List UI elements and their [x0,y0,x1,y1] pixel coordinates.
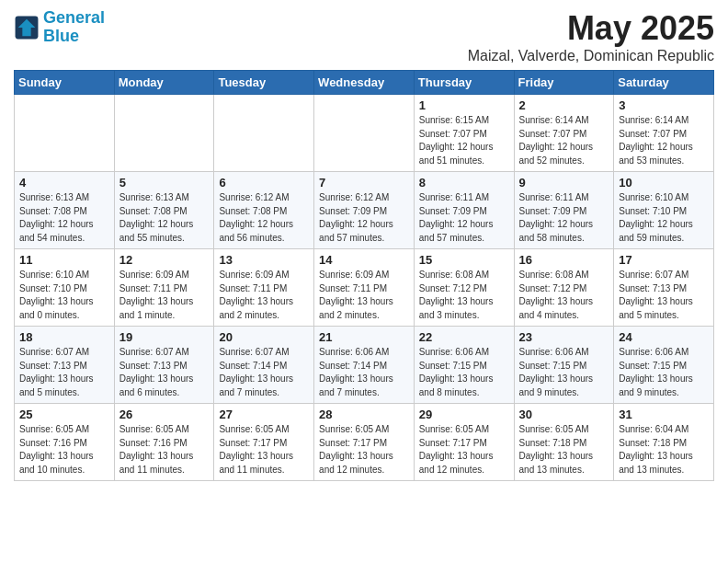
calendar-cell: 13Sunrise: 6:09 AM Sunset: 7:11 PM Dayli… [214,249,314,327]
logo-text: General Blue [43,9,105,46]
calendar-cell: 4Sunrise: 6:13 AM Sunset: 7:08 PM Daylig… [15,172,115,249]
weekday-header-tuesday: Tuesday [214,71,314,95]
day-info: Sunrise: 6:05 AM Sunset: 7:17 PM Dayligh… [219,423,309,477]
day-info: Sunrise: 6:08 AM Sunset: 7:12 PM Dayligh… [419,269,509,322]
day-info: Sunrise: 6:12 AM Sunset: 7:08 PM Dayligh… [219,191,309,245]
day-number: 11 [19,253,109,267]
day-info: Sunrise: 6:09 AM Sunset: 7:11 PM Dayligh… [219,269,309,322]
day-info: Sunrise: 6:13 AM Sunset: 7:08 PM Dayligh… [19,191,109,245]
day-info: Sunrise: 6:14 AM Sunset: 7:07 PM Dayligh… [519,114,609,167]
calendar-cell: 23Sunrise: 6:06 AM Sunset: 7:15 PM Dayli… [514,327,614,404]
day-number: 8 [419,176,509,190]
calendar-cell: 11Sunrise: 6:10 AM Sunset: 7:10 PM Dayli… [15,249,115,327]
calendar-subtitle: Maizal, Valverde, Dominican Republic [468,48,714,64]
day-info: Sunrise: 6:05 AM Sunset: 7:18 PM Dayligh… [519,423,609,477]
day-info: Sunrise: 6:12 AM Sunset: 7:09 PM Dayligh… [319,191,409,245]
day-number: 29 [419,408,509,421]
day-info: Sunrise: 6:09 AM Sunset: 7:11 PM Dayligh… [319,269,409,322]
title-area: May 2025 Maizal, Valverde, Dominican Rep… [468,9,714,64]
calendar-week-2: 4Sunrise: 6:13 AM Sunset: 7:08 PM Daylig… [15,172,714,249]
logo-icon [14,15,40,40]
calendar-cell [214,95,314,172]
calendar-cell: 6Sunrise: 6:12 AM Sunset: 7:08 PM Daylig… [214,172,314,249]
weekday-row: SundayMondayTuesdayWednesdayThursdayFrid… [15,71,714,95]
calendar-cell: 17Sunrise: 6:07 AM Sunset: 7:13 PM Dayli… [614,249,714,327]
day-number: 22 [419,330,509,344]
day-info: Sunrise: 6:06 AM Sunset: 7:15 PM Dayligh… [619,346,709,399]
weekday-header-monday: Monday [114,71,214,95]
day-number: 19 [119,330,210,344]
calendar-cell: 20Sunrise: 6:07 AM Sunset: 7:14 PM Dayli… [214,327,314,404]
calendar-cell [15,95,115,172]
day-number: 24 [619,330,709,344]
calendar-cell: 3Sunrise: 6:14 AM Sunset: 7:07 PM Daylig… [614,95,714,172]
day-number: 30 [519,408,609,421]
day-number: 28 [319,408,409,421]
calendar-cell: 16Sunrise: 6:08 AM Sunset: 7:12 PM Dayli… [514,249,614,327]
calendar-table: SundayMondayTuesdayWednesdayThursdayFrid… [14,70,714,481]
calendar-cell: 7Sunrise: 6:12 AM Sunset: 7:09 PM Daylig… [314,172,415,249]
calendar-week-3: 11Sunrise: 6:10 AM Sunset: 7:10 PM Dayli… [15,249,714,327]
calendar-cell: 26Sunrise: 6:05 AM Sunset: 7:16 PM Dayli… [114,404,214,481]
day-number: 2 [519,98,609,112]
day-info: Sunrise: 6:11 AM Sunset: 7:09 PM Dayligh… [419,191,509,245]
day-info: Sunrise: 6:06 AM Sunset: 7:15 PM Dayligh… [519,346,609,399]
day-info: Sunrise: 6:05 AM Sunset: 7:17 PM Dayligh… [419,423,509,477]
calendar-header: SundayMondayTuesdayWednesdayThursdayFrid… [15,71,714,95]
day-info: Sunrise: 6:13 AM Sunset: 7:08 PM Dayligh… [119,191,210,245]
day-number: 27 [219,408,309,421]
calendar-cell: 19Sunrise: 6:07 AM Sunset: 7:13 PM Dayli… [114,327,214,404]
day-number: 12 [119,253,210,267]
day-number: 7 [319,176,409,190]
calendar-cell: 5Sunrise: 6:13 AM Sunset: 7:08 PM Daylig… [114,172,214,249]
day-number: 18 [19,330,109,344]
day-info: Sunrise: 6:05 AM Sunset: 7:16 PM Dayligh… [19,423,109,477]
day-info: Sunrise: 6:14 AM Sunset: 7:07 PM Dayligh… [619,114,709,167]
calendar-cell: 2Sunrise: 6:14 AM Sunset: 7:07 PM Daylig… [514,95,614,172]
page-header: General Blue May 2025 Maizal, Valverde, … [14,9,714,64]
day-info: Sunrise: 6:09 AM Sunset: 7:11 PM Dayligh… [119,269,210,322]
calendar-cell: 27Sunrise: 6:05 AM Sunset: 7:17 PM Dayli… [214,404,314,481]
weekday-header-friday: Friday [514,71,614,95]
calendar-cell: 9Sunrise: 6:11 AM Sunset: 7:09 PM Daylig… [514,172,614,249]
day-number: 26 [119,408,210,421]
day-number: 20 [219,330,309,344]
day-number: 3 [619,98,709,112]
calendar-cell: 15Sunrise: 6:08 AM Sunset: 7:12 PM Dayli… [414,249,514,327]
day-number: 31 [619,408,709,421]
day-number: 14 [319,253,409,267]
calendar-cell [114,95,214,172]
weekday-header-saturday: Saturday [614,71,714,95]
day-info: Sunrise: 6:15 AM Sunset: 7:07 PM Dayligh… [419,114,509,167]
day-number: 25 [19,408,109,421]
day-number: 9 [519,176,609,190]
day-number: 16 [519,253,609,267]
day-number: 23 [519,330,609,344]
calendar-cell: 21Sunrise: 6:06 AM Sunset: 7:14 PM Dayli… [314,327,415,404]
day-number: 15 [419,253,509,267]
day-info: Sunrise: 6:05 AM Sunset: 7:16 PM Dayligh… [119,423,210,477]
calendar-week-5: 25Sunrise: 6:05 AM Sunset: 7:16 PM Dayli… [15,404,714,481]
calendar-cell [314,95,415,172]
calendar-cell: 18Sunrise: 6:07 AM Sunset: 7:13 PM Dayli… [15,327,115,404]
calendar-cell: 29Sunrise: 6:05 AM Sunset: 7:17 PM Dayli… [414,404,514,481]
day-info: Sunrise: 6:07 AM Sunset: 7:14 PM Dayligh… [219,346,309,399]
day-info: Sunrise: 6:06 AM Sunset: 7:14 PM Dayligh… [319,346,409,399]
calendar-cell: 28Sunrise: 6:05 AM Sunset: 7:17 PM Dayli… [314,404,415,481]
day-info: Sunrise: 6:08 AM Sunset: 7:12 PM Dayligh… [519,269,609,322]
calendar-body: 1Sunrise: 6:15 AM Sunset: 7:07 PM Daylig… [15,95,714,481]
calendar-cell: 25Sunrise: 6:05 AM Sunset: 7:16 PM Dayli… [15,404,115,481]
calendar-cell: 1Sunrise: 6:15 AM Sunset: 7:07 PM Daylig… [414,95,514,172]
day-info: Sunrise: 6:11 AM Sunset: 7:09 PM Dayligh… [519,191,609,245]
day-info: Sunrise: 6:05 AM Sunset: 7:17 PM Dayligh… [319,423,409,477]
calendar-title: May 2025 [468,9,714,48]
calendar-week-1: 1Sunrise: 6:15 AM Sunset: 7:07 PM Daylig… [15,95,714,172]
day-number: 5 [119,176,210,190]
day-info: Sunrise: 6:10 AM Sunset: 7:10 PM Dayligh… [619,191,709,245]
day-info: Sunrise: 6:07 AM Sunset: 7:13 PM Dayligh… [19,346,109,399]
calendar-cell: 8Sunrise: 6:11 AM Sunset: 7:09 PM Daylig… [414,172,514,249]
calendar-cell: 10Sunrise: 6:10 AM Sunset: 7:10 PM Dayli… [614,172,714,249]
calendar-cell: 22Sunrise: 6:06 AM Sunset: 7:15 PM Dayli… [414,327,514,404]
day-info: Sunrise: 6:06 AM Sunset: 7:15 PM Dayligh… [419,346,509,399]
weekday-header-wednesday: Wednesday [314,71,415,95]
